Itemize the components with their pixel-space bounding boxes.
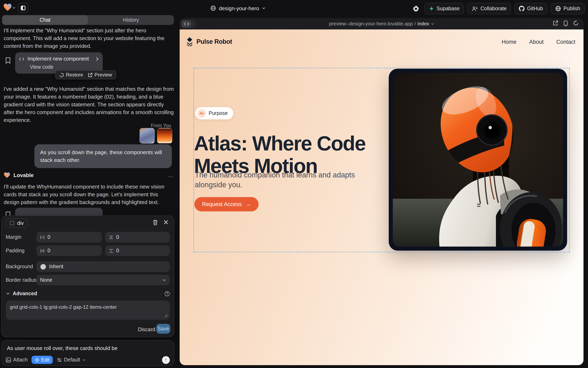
tailwind-classes-textarea[interactable]: grid grid-cols-1 lg:grid-cols-2 gap-12 i… <box>6 301 170 320</box>
project-switcher[interactable]: design-your-hero <box>210 0 266 16</box>
site-brand[interactable]: Pulse Robot <box>196 38 502 45</box>
gear-icon <box>413 5 420 12</box>
close-icon <box>164 220 168 224</box>
edit-mode-button[interactable]: Edit <box>32 356 53 364</box>
restore-button[interactable]: Restore <box>59 72 83 78</box>
code-icon <box>19 57 24 61</box>
supabase-button[interactable]: Supabase <box>424 3 464 14</box>
url-slash: / <box>415 21 416 27</box>
mobile-view-icon[interactable] <box>563 20 568 26</box>
assistant-message: I'll implement the "Why Humanoid" sectio… <box>4 27 174 50</box>
arrow-up-icon: ↑ <box>165 357 167 363</box>
project-name: design-your-hero <box>219 5 259 11</box>
margin-x-input[interactable]: 0 <box>37 232 102 242</box>
topbar-actions: Supabase Collaborate GitHub <box>411 3 585 14</box>
nav-link-home[interactable]: Home <box>502 39 516 45</box>
chevron-down-icon <box>82 359 85 361</box>
model-selector[interactable]: Default <box>57 357 85 363</box>
assistant-message: I'll update the WhyHumanoid component to… <box>4 183 175 206</box>
assistant-message: I've added a new "Why Humanoid" section … <box>4 85 175 124</box>
tab-history[interactable]: History <box>88 15 174 25</box>
bookmark-icon[interactable] <box>5 57 11 64</box>
refresh-icon[interactable] <box>573 20 579 26</box>
tab-chat[interactable]: Chat <box>2 15 88 25</box>
attachment-thumbnail-blue[interactable] <box>140 128 155 144</box>
send-button[interactable]: ↑ <box>162 356 170 364</box>
background-label: Background <box>6 264 33 269</box>
logo-chevron-down-icon[interactable] <box>12 7 16 9</box>
github-button[interactable]: GitHub <box>514 3 548 14</box>
hero-robot-card <box>389 69 567 251</box>
from-you-label: From You <box>140 123 171 128</box>
chevron-down-icon <box>162 279 166 281</box>
robot-image <box>393 73 563 247</box>
composer-toolbar: Attach Edit Default ↑ <box>6 356 170 364</box>
trash-icon <box>153 220 158 225</box>
padding-x-input[interactable]: 0 <box>37 245 102 256</box>
more-menu-icon[interactable]: … <box>168 172 174 178</box>
preview-button[interactable]: Preview <box>88 72 112 78</box>
site-nav: Pulse Robot Home About Contact <box>186 36 577 47</box>
hero-badge: Purpose <box>195 107 233 120</box>
nav-link-contact[interactable]: Contact <box>556 39 575 45</box>
delete-element-button[interactable] <box>153 220 158 225</box>
margin-y-input[interactable]: 0 <box>105 232 170 242</box>
site-page: Pulse Robot Home About Contact <box>180 29 584 365</box>
composer-input[interactable]: As user mouse roll over, these cards sho… <box>7 345 169 351</box>
restore-icon <box>59 73 64 77</box>
selected-element-chip[interactable]: div <box>6 218 28 228</box>
element-inspector-panel: div Margin 0 0 Padding 0 <box>1 215 174 337</box>
border-radius-label: Border radius <box>6 277 37 283</box>
globe-icon <box>210 5 216 11</box>
hero-badge-label: Purpose <box>209 110 228 116</box>
assistant-name: Lovable <box>13 172 168 178</box>
border-radius-select[interactable]: None <box>37 275 170 285</box>
lovable-logo[interactable] <box>3 3 12 11</box>
margin-horizontal-icon <box>40 235 45 239</box>
advanced-label: Advanced <box>13 291 164 296</box>
request-access-button[interactable]: Request Access → <box>194 197 259 212</box>
collaborate-button[interactable]: Collaborate <box>467 3 511 14</box>
publish-globe-icon <box>555 6 561 11</box>
preview-path: index <box>417 21 429 27</box>
arrow-right-icon: → <box>245 201 251 207</box>
help-icon[interactable] <box>164 291 170 296</box>
attach-button[interactable]: Attach <box>6 357 28 363</box>
external-link-icon <box>88 73 93 77</box>
sliders-icon <box>57 358 62 362</box>
close-panel-button[interactable] <box>164 220 168 224</box>
advanced-section-header[interactable]: Advanced <box>6 291 170 296</box>
preview-toolbar-icons <box>553 20 579 26</box>
padding-label: Padding <box>6 248 25 254</box>
panel-left-icon <box>20 5 26 11</box>
github-icon <box>519 6 525 11</box>
discard-button[interactable]: Discard <box>138 327 155 332</box>
nav-link-about[interactable]: About <box>529 39 544 45</box>
chat-composer[interactable]: As user mouse roll over, these cards sho… <box>1 340 174 366</box>
resize-handle-icon[interactable] <box>164 314 168 317</box>
save-button[interactable]: Save <box>156 324 170 334</box>
padding-y-input[interactable]: 0 <box>105 245 170 256</box>
settings-button[interactable] <box>411 5 421 12</box>
pulse-robot-logo-icon[interactable] <box>186 37 193 46</box>
publish-button[interactable]: Publish <box>551 3 585 14</box>
attach-image-icon <box>6 357 11 362</box>
hero-subtitle: The humanoid companion that learns and a… <box>195 170 359 190</box>
attachment-thumbnail-orange[interactable] <box>157 128 172 144</box>
background-input[interactable]: Inherit <box>37 261 170 272</box>
transparent-swatch-icon <box>40 264 46 270</box>
lovable-heart-icon <box>3 3 12 11</box>
assistant-header: Lovable … <box>4 172 174 178</box>
chevron-right-icon <box>96 57 99 61</box>
margin-label: Margin <box>6 234 21 240</box>
project-chevron-down-icon <box>262 7 266 9</box>
padding-vertical-icon <box>109 248 113 253</box>
open-in-new-tab-icon[interactable] <box>553 20 558 26</box>
target-icon <box>35 358 39 362</box>
user-message-bubble: As you scroll down the page, these compo… <box>34 144 172 168</box>
app-window: design-your-hero Supabase <box>0 0 588 368</box>
preview-url-bar[interactable]: preview--design-your-hero.lovable.app / … <box>180 18 584 29</box>
sidebar-toggle-button[interactable] <box>18 3 28 13</box>
preview-frame: preview--design-your-hero.lovable.app / … <box>180 18 584 365</box>
chevron-down-icon <box>6 292 10 295</box>
